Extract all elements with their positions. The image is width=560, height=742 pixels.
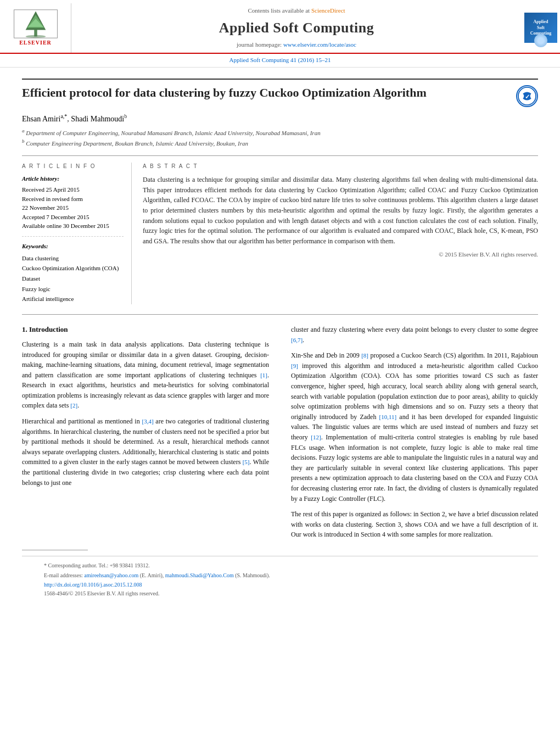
affiliation-a-text: Department of Computer Engineering, Nour… xyxy=(26,130,320,136)
body-left: 1. Introduction Clustering is a main tas… xyxy=(22,325,275,545)
doi-note: http://dx.doi.org/10.1016/j.asoc.2015.12… xyxy=(44,581,516,589)
body-right-para-3: The rest of this paper is organized as f… xyxy=(291,509,538,540)
history-accepted: Accepted 7 December 2015 xyxy=(22,213,124,222)
header-center: Contents lists available at ScienceDirec… xyxy=(71,3,522,53)
article-title: Efficient protocol for data clustering b… xyxy=(22,85,516,101)
history-online: Available online 30 December 2015 xyxy=(22,221,124,231)
article-title-section: Efficient protocol for data clustering b… xyxy=(22,79,538,107)
elsevier-wordmark: ELSEVIER xyxy=(19,39,52,47)
article-info-abstract-section: A R T I C L E I N F O Article history: R… xyxy=(22,155,538,304)
ref-5[interactable]: [5] xyxy=(243,459,250,465)
authors-line: Ehsan Amiria,*, Shadi Mahmoudib xyxy=(22,113,538,125)
intro-para-1: Clustering is a main task in data analys… xyxy=(22,339,269,411)
email-link-2[interactable]: mahmoudi.Shadi@Yahoo.Com xyxy=(165,572,234,578)
history-label: Article history: xyxy=(22,175,124,183)
author-1-name: Ehsan Amiri xyxy=(22,114,60,122)
article-header-bar: Applied Soft Computing 41 (2016) 15–21 xyxy=(0,54,560,68)
corresponding-author-text: * Corresponding author. Tel.: +98 93841 … xyxy=(44,562,150,568)
abstract-label: A B S T R A C T xyxy=(143,163,538,171)
affiliation-b: b Computer Engineering Department, Bouka… xyxy=(22,138,538,148)
affiliation-a: a Department of Computer Engineering, No… xyxy=(22,127,538,137)
ref-10-11[interactable]: [10,11] xyxy=(379,414,397,420)
sciencedirect-line: Contents lists available at ScienceDirec… xyxy=(248,7,345,15)
email-link-1[interactable]: amireehsan@yahoo.com xyxy=(84,572,138,578)
affiliation-b-text: Computer Engineering Department, Boukan … xyxy=(26,140,248,146)
keywords-section: Keywords: Data clustering Cuckoo Optimiz… xyxy=(22,242,124,304)
copyright-line: © 2015 Elsevier B.V. All rights reserved… xyxy=(143,250,538,259)
journal-title-display: Applied Soft Computing xyxy=(219,18,374,38)
issn-note: 1568-4946/© 2015 Elsevier B.V. All right… xyxy=(44,589,516,598)
journal-badge: Applied Soft Computing xyxy=(522,3,560,53)
author-1-sup: a,* xyxy=(60,113,67,119)
abstract-text: Data clustering is a technique for group… xyxy=(143,175,538,246)
badge-text-3: Computing xyxy=(530,31,552,36)
article-history: Article history: Received 25 April 2015 … xyxy=(22,175,124,236)
keyword-4: Fuzzy logic xyxy=(22,284,124,294)
ref-12[interactable]: [12] xyxy=(311,434,321,440)
svg-point-5 xyxy=(25,35,46,38)
ref-3-4[interactable]: [3,4] xyxy=(142,418,153,425)
affiliations: a Department of Computer Engineering, No… xyxy=(22,127,538,147)
keyword-3: Dataset xyxy=(22,274,124,284)
journal-volume-info: Applied Soft Computing 41 (2016) 15–21 xyxy=(229,57,331,63)
history-revised-label: Received in revised form xyxy=(22,194,124,204)
abstract-column: A B S T R A C T Data clustering is a tec… xyxy=(143,163,538,304)
contents-text: Contents lists available at xyxy=(248,7,310,14)
crossmark-badge: ✓ xyxy=(516,85,538,107)
main-content: Efficient protocol for data clustering b… xyxy=(0,68,560,613)
keywords-label: Keywords: xyxy=(22,242,124,251)
corresponding-author-note: * Corresponding author. Tel.: +98 93841 … xyxy=(44,561,516,571)
badge-text-2: Soft xyxy=(537,25,545,31)
ref-1[interactable]: [1] xyxy=(260,372,267,378)
email-label-text: E-mail addresses: xyxy=(44,572,83,578)
footnote-separator xyxy=(22,550,88,550)
homepage-line: journal homepage: www.elsevier.com/locat… xyxy=(237,41,356,49)
page-footer: * Corresponding author. Tel.: +98 93841 … xyxy=(22,556,538,602)
ref-6-7[interactable]: [6,7] xyxy=(291,337,303,343)
ref-9[interactable]: [9] xyxy=(291,362,298,369)
svg-text:✓: ✓ xyxy=(525,93,530,99)
sciencedirect-link[interactable]: ScienceDirect xyxy=(311,7,345,14)
badge-text-1: Applied xyxy=(533,19,548,25)
body-right-para-1: cluster and fuzzy clustering where every… xyxy=(291,325,538,345)
history-revised-date: 22 November 2015 xyxy=(22,203,124,213)
section-1-title: 1. Introduction xyxy=(22,325,269,335)
author-2-name: Shadi Mahmoudi xyxy=(71,114,124,122)
section-1-title-text: 1. Introduction xyxy=(22,325,68,333)
elsevier-logo: ELSEVIER xyxy=(0,3,71,53)
article-info-column: A R T I C L E I N F O Article history: R… xyxy=(22,163,132,304)
body-right: cluster and fuzzy clustering where every… xyxy=(285,325,538,545)
email-note: E-mail addresses: amireehsan@yahoo.com (… xyxy=(44,571,516,581)
keyword-2: Cuckoo Optimization Algorithm (COA) xyxy=(22,263,124,274)
keyword-5: Artificial intelligence xyxy=(22,294,124,304)
keyword-1: Data clustering xyxy=(22,253,124,264)
ref-8[interactable]: [8] xyxy=(361,352,368,359)
author-2-sup: b xyxy=(124,113,127,119)
doi-link[interactable]: http://dx.doi.org/10.1016/j.asoc.2015.12… xyxy=(44,582,142,588)
ref-2[interactable]: [2] xyxy=(70,402,77,409)
body-right-para-2: Xin-She and Deb in 2009 [8] proposed a C… xyxy=(291,350,538,504)
journal-header: ELSEVIER Contents lists available at Sci… xyxy=(0,0,560,54)
history-received: Received 25 April 2015 xyxy=(22,185,124,194)
article-info-label: A R T I C L E I N F O xyxy=(22,163,124,171)
badge-box: Applied Soft Computing xyxy=(524,13,557,43)
homepage-url[interactable]: www.elsevier.com/locate/asoc xyxy=(283,41,356,48)
body-content: 1. Introduction Clustering is a main tas… xyxy=(22,325,538,545)
section-separator xyxy=(22,314,538,315)
homepage-label: journal homepage: xyxy=(237,41,282,48)
intro-para-2: Hierarchical and partitional as mentione… xyxy=(22,416,269,488)
